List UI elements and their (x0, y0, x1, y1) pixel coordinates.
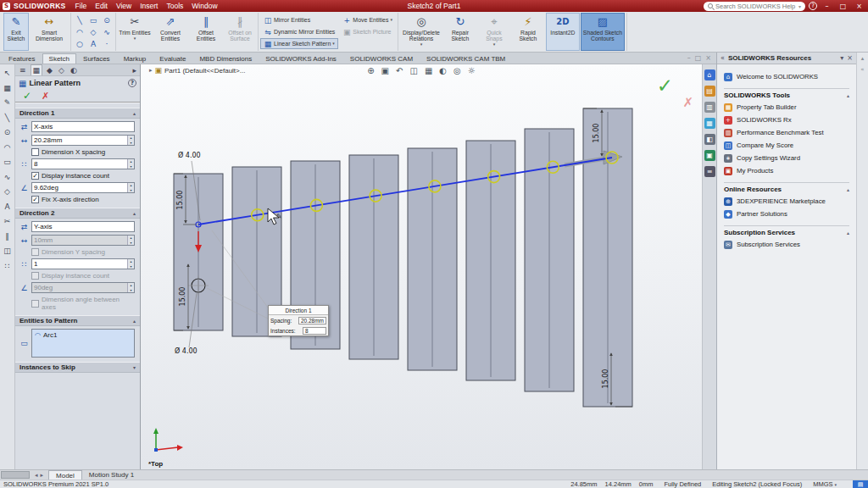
propertymanager-tab-icon[interactable]: ▦ (31, 64, 43, 75)
spline-tool-icon[interactable]: ∿ (100, 26, 114, 38)
line-tool-icon[interactable]: ╲ (73, 14, 86, 26)
pm-ok-button[interactable]: ✓ (23, 90, 31, 102)
search-caret-icon[interactable]: ▾ (798, 3, 801, 9)
tools-collapse-icon[interactable]: ▴ (847, 92, 849, 98)
line-icon[interactable]: ╲ (5, 113, 9, 124)
instant2d-button[interactable]: 2D Instant2D (546, 13, 580, 51)
instances2-spinner[interactable]: ▴▾ (127, 259, 134, 269)
dimxpertmanager-tab-icon[interactable]: ◇ (57, 65, 66, 75)
circle-tool-icon[interactable]: ⊙ (100, 14, 114, 26)
graphics-area[interactable]: ▸ ▣ Part1 (Default<<Default>... ⊕ ▣ ↶ ◫ … (141, 64, 702, 469)
move-entities-caret-icon[interactable]: ▾ (390, 18, 392, 22)
offset-on-surface-button[interactable]: ∦ Offset on Surface (224, 13, 256, 51)
task-pane-tab-resources[interactable]: ⌂ (704, 69, 715, 80)
trim-icon[interactable]: ✂ (4, 216, 11, 227)
featuremanager-tab-icon[interactable]: ≡ (18, 65, 28, 75)
model-tab[interactable]: Model (48, 470, 82, 480)
pm-cancel-button[interactable]: ✗ (42, 91, 49, 102)
pm-help-icon[interactable]: ? (128, 79, 136, 87)
skip-collapse-icon[interactable]: ▾ (133, 364, 136, 370)
rectangle-icon[interactable]: ▭ (3, 157, 11, 168)
confirm-ok-button[interactable]: ✓ (657, 75, 673, 97)
direction2-section-header[interactable]: Direction 2 ▴ (15, 208, 140, 219)
pattern-icon[interactable]: ∷ (5, 261, 10, 272)
document-close-icon[interactable]: × (705, 54, 711, 62)
checkbox-box[interactable]: ✓ (31, 196, 39, 203)
menu-file[interactable]: File (72, 0, 91, 12)
appearances-icon[interactable]: ☼ (468, 66, 476, 75)
compare-my-score-link[interactable]: ◫ Compare My Score (724, 139, 849, 152)
move-entities-button[interactable]: + Move Entities ▾ (339, 14, 396, 25)
mirror-icon[interactable]: ◫ (3, 246, 11, 257)
task-pane-tab-design-library[interactable]: ▤ (704, 86, 715, 97)
tab-mbd-dimensions[interactable]: MBD Dimensions (192, 53, 259, 64)
tab-features[interactable]: Features (2, 53, 42, 64)
direction1-angle-field[interactable]: ▴▾ (31, 182, 135, 193)
subscription-collapse-icon[interactable]: ▴ (847, 230, 849, 236)
linear-sketch-pattern-button[interactable]: ▦ Linear Sketch Pattern ▾ (260, 38, 338, 49)
quick-snaps-button[interactable]: ⌖ Quick Snaps ▾ (478, 13, 510, 51)
direction1-spacing-field[interactable]: ▴▾ (31, 135, 135, 146)
reverse-direction-icon[interactable]: ⇄ (19, 123, 30, 131)
online-resources-section-header[interactable]: Online Resources ▴ (724, 182, 849, 195)
polygon-icon[interactable]: ◇ (4, 186, 10, 197)
task-pane-tab-appearances[interactable]: ◧ (704, 134, 715, 145)
subscription-services-link[interactable]: ✉ Subscription Services (724, 238, 849, 251)
breadcrumb[interactable]: Part1 (Default<<Default>... (164, 67, 245, 75)
display-instance-count-checkbox[interactable]: ✓ Display instance count (31, 172, 135, 180)
dimension-dia-bottom[interactable]: Ø 4.00 (175, 347, 198, 355)
displaymanager-tab-icon[interactable]: ◐ (69, 65, 79, 75)
dimension-left-bottom[interactable]: 15.00 (179, 287, 186, 307)
trim-entities-button[interactable]: ✂ Trim Entities ▾ (118, 13, 152, 51)
arc-tool-icon[interactable]: ◠ (73, 26, 86, 38)
motion-study-tab[interactable]: Motion Study 1 (82, 470, 141, 480)
repair-sketch-button[interactable]: ↻ Repair Sketch (443, 13, 477, 51)
angle-spinner[interactable]: ▴▾ (127, 183, 134, 192)
configurationmanager-tab-icon[interactable]: ◆ (45, 65, 54, 75)
tab-scroll-right-icon[interactable]: ▸ (41, 472, 44, 479)
welcome-link[interactable]: ⌂ Welcome to SOLIDWORKS (724, 70, 849, 83)
exit-sketch-button[interactable]: ✎ Exit Sketch (3, 13, 29, 51)
edge-collapse-icon[interactable]: « (860, 66, 864, 73)
tab-overflow-icon[interactable]: ▸ (131, 65, 138, 75)
tab-markup[interactable]: Markup (117, 53, 153, 64)
offset-entities-button[interactable]: ∥ Offset Entities (189, 13, 223, 51)
smart-dimension-button[interactable]: ↔ Smart Dimension (30, 13, 69, 51)
tab-solidworks-cam[interactable]: SOLIDWORKS CAM (343, 53, 420, 64)
online-collapse-icon[interactable]: ▴ (847, 186, 849, 192)
scroll-up-icon[interactable]: ▴ (861, 55, 865, 62)
menu-view[interactable]: View (113, 0, 135, 12)
pin-pane-icon[interactable]: ▾ (840, 54, 843, 62)
dimension-right-bottom[interactable]: 15.00 (602, 369, 609, 389)
reverse-direction2-icon[interactable]: ⇄ (19, 223, 30, 231)
mirror-entities-button[interactable]: ◫ Mirror Entities (260, 14, 338, 25)
direction2-collapse-icon[interactable]: ▴ (133, 210, 136, 216)
direction1-spacing-input[interactable] (32, 136, 127, 145)
document-minimize-icon[interactable]: – (687, 54, 691, 62)
direction1-instances-input[interactable] (32, 159, 127, 169)
offset-icon[interactable]: ∥ (5, 231, 9, 242)
tab-solidworks-add-ins[interactable]: SOLIDWORKS Add-Ins (259, 53, 343, 64)
display-delete-relations-button[interactable]: ◎ Display/Delete Relations ▾ (400, 13, 442, 51)
tab-solidworks-cam-tbm[interactable]: SOLIDWORKS CAM TBM (420, 53, 512, 64)
entities-collapse-icon[interactable]: ▴ (133, 318, 136, 324)
direction2-instances-field[interactable]: ▴▾ (31, 258, 135, 269)
menu-window[interactable]: Window (188, 0, 220, 12)
direction2-axis-field[interactable] (31, 221, 135, 232)
task-pane-tab-file-explorer[interactable]: ▥ (704, 102, 715, 113)
task-pane-tab-view-palette[interactable]: ▦ (704, 118, 715, 129)
close-icon[interactable]: × (853, 3, 865, 10)
entities-to-pattern-section-header[interactable]: Entities to Pattern ▴ (15, 315, 140, 326)
maximize-icon[interactable]: □ (837, 3, 849, 10)
splitter-handle[interactable] (1, 471, 30, 479)
task-pane-tab-custom-properties[interactable]: ▣ (704, 150, 715, 161)
sketch-picture-button[interactable]: ▣ Sketch Picture (339, 26, 396, 37)
select-tool-icon[interactable]: ↖ (4, 68, 11, 79)
menu-insert[interactable]: Insert (136, 0, 161, 12)
text-icon[interactable]: A (4, 202, 9, 213)
status-taskpane-toggle[interactable]: ▤ (853, 480, 868, 488)
tools-section-header[interactable]: SOLIDWORKS Tools ▴ (724, 88, 849, 101)
hide-show-items-icon[interactable]: ◎ (453, 66, 461, 75)
collapse-pane-icon[interactable]: « (721, 54, 725, 62)
confirm-cancel-button[interactable]: ✗ (682, 95, 693, 110)
